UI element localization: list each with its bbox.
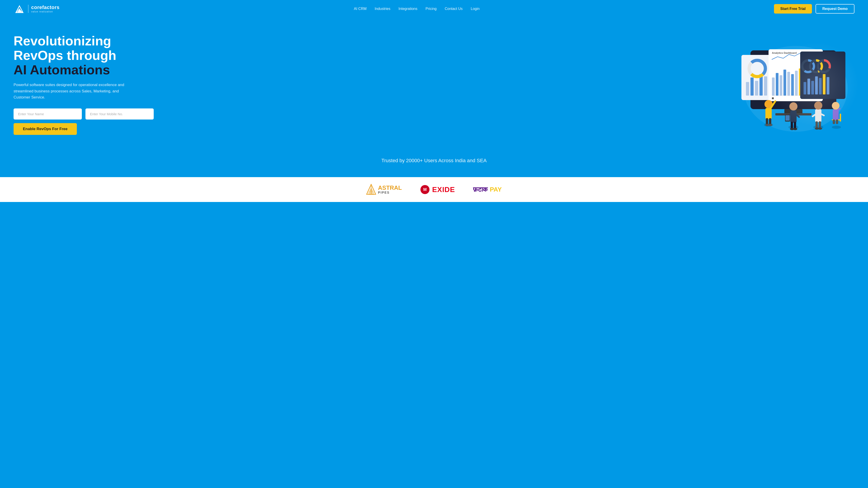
- exide-icon: M: [420, 185, 430, 195]
- svg-rect-30: [772, 97, 774, 99]
- astral-sub-name: PIPES: [378, 191, 402, 194]
- svg-point-52: [765, 124, 769, 126]
- svg-point-71: [818, 127, 822, 130]
- astral-brand-name: ASTRAL: [378, 185, 402, 191]
- glow-circle: [773, 41, 859, 127]
- request-demo-button[interactable]: Request Demo: [815, 4, 855, 13]
- nav-item-contact[interactable]: Contact Us: [445, 7, 463, 11]
- brand-name: corefactors: [31, 5, 59, 10]
- trusted-text: Trusted by 20000+ Users Across India and…: [13, 158, 855, 164]
- partner-logos-section: ASTRAL PIPES M EXIDE फ़टाक PAY: [0, 177, 868, 202]
- nav-item-integrations[interactable]: Integrations: [399, 7, 417, 11]
- hero-headline: Revolutionizing RevOps through AI Automa…: [13, 34, 154, 77]
- hero-content: Revolutionizing RevOps through AI Automa…: [13, 34, 154, 135]
- svg-rect-12: [764, 76, 767, 96]
- nav-item-ai-crm[interactable]: AI CRM: [354, 7, 367, 11]
- mobile-input[interactable]: [86, 108, 154, 120]
- nav-item-industries[interactable]: Industries: [375, 7, 391, 11]
- name-input[interactable]: [13, 108, 82, 120]
- nav-buttons: Start Free Trial Request Demo: [774, 4, 855, 13]
- fatakpay-logo: फ़टाक PAY: [473, 186, 502, 193]
- brand-logo-icon: [13, 4, 25, 13]
- hero-subtext: Powerful software suites designed for op…: [13, 82, 135, 100]
- trusted-section: Trusted by 20000+ Users Across India and…: [0, 153, 868, 177]
- logo-text: corefactors value realization: [28, 5, 59, 13]
- svg-text:M: M: [423, 187, 427, 192]
- svg-point-72: [832, 126, 841, 129]
- svg-rect-8: [746, 82, 749, 96]
- nav-links: AI CRM Industries Integrations Pricing C…: [354, 7, 480, 11]
- hero-section: Revolutionizing RevOps through AI Automa…: [0, 18, 868, 153]
- nav-item-pricing[interactable]: Pricing: [426, 7, 437, 11]
- fatakpay-eng-text: PAY: [490, 186, 502, 193]
- svg-rect-9: [750, 77, 754, 96]
- exide-logo: M EXIDE: [420, 185, 455, 195]
- svg-point-53: [769, 124, 772, 126]
- headline-line2: RevOps through: [13, 48, 116, 63]
- astral-triangle-icon: [366, 184, 376, 195]
- brand-tagline: value realization: [31, 10, 59, 13]
- form-row: [13, 108, 154, 120]
- svg-point-62: [793, 128, 797, 130]
- hero-illustration-area: Analytics Dashboard: [434, 37, 855, 132]
- svg-rect-10: [755, 81, 758, 96]
- nav-item-login[interactable]: Login: [471, 7, 480, 11]
- exide-brand-name: EXIDE: [432, 186, 455, 194]
- start-free-trial-button[interactable]: Start Free Trial: [774, 4, 812, 13]
- hero-form: Enable RevOps For Free: [13, 108, 154, 135]
- headline-line3: AI Automations: [13, 62, 110, 77]
- fatakpay-hindi-text: फ़टाक: [473, 186, 488, 193]
- astral-pipes-logo: ASTRAL PIPES: [366, 184, 402, 195]
- navbar: corefactors value realization AI CRM Ind…: [0, 0, 868, 18]
- enable-revops-button[interactable]: Enable RevOps For Free: [13, 123, 77, 135]
- headline-line1: Revolutionizing: [13, 33, 111, 48]
- logo-area: corefactors value realization: [13, 4, 59, 13]
